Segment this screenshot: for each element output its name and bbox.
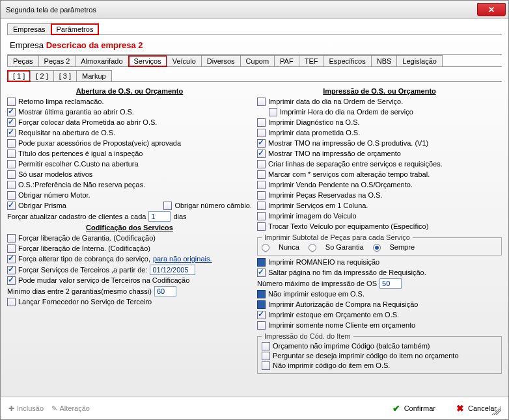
cb-so-modelos[interactable] xyxy=(7,170,16,179)
lbl-perguntar: Perguntar se deseja imprimir código do i… xyxy=(273,351,459,361)
cb-imp-hora-dia[interactable] xyxy=(269,108,277,116)
tab-empresas[interactable]: Empresas xyxy=(7,23,51,34)
tab-parametros[interactable]: Parâmetros xyxy=(51,23,100,35)
tab-veiculo[interactable]: Veículo xyxy=(167,55,202,66)
confirm-button[interactable]: ✔ Confirmar xyxy=(387,401,441,415)
resize-grip[interactable] xyxy=(492,406,501,415)
cb-trocar-texto[interactable] xyxy=(257,222,266,231)
lbl-saltar-pag: Saltar página no fim da impressão de Req… xyxy=(268,268,426,278)
cb-criar-linhas[interactable] xyxy=(257,160,266,168)
lbl-imp-romaneio: Imprimir ROMANEIO na requisição xyxy=(268,257,379,267)
cb-obrigar-cambio[interactable] xyxy=(163,202,172,210)
cb-imp-diag[interactable] xyxy=(257,118,266,127)
lbl-minimo-dias: Minimo dias entre 2 garantias(mesmo chas… xyxy=(7,287,152,296)
group-subtotal: Imprimir Subtotal de Peças para cada Ser… xyxy=(257,233,502,256)
cb-imp-venda[interactable] xyxy=(257,181,266,189)
cb-forcar-data[interactable] xyxy=(7,118,16,127)
cb-mostrar-ult-gar[interactable] xyxy=(7,108,16,116)
tab-diversos[interactable]: Diversos xyxy=(201,55,241,66)
cb-imp-aut-compra[interactable] xyxy=(257,300,266,309)
cb-retorno[interactable] xyxy=(7,98,16,106)
footer-left: ✚ Inclusão ✎ Alteração xyxy=(7,404,90,413)
cb-marcar-ast[interactable] xyxy=(257,170,266,179)
cb-imp-serv-1col[interactable] xyxy=(257,202,266,210)
cb-mostrar-tmo-prod[interactable] xyxy=(257,139,266,148)
cb-forca-alterar[interactable] xyxy=(7,255,16,263)
lbl-requisitar: Requisitar na abertura de O.S. xyxy=(18,128,115,138)
lbl-imp-venda: Imprimir Venda Pendente na O.S/Orçamento… xyxy=(268,180,413,190)
subtab-2[interactable]: [ 2 ] xyxy=(30,70,53,81)
cb-os-pref[interactable] xyxy=(7,181,16,189)
tab-pecas[interactable]: Peças xyxy=(7,55,39,66)
legend-cod-item: Impressão do Cód. do Item xyxy=(262,332,353,340)
lbl-rad-nunca: Nunca xyxy=(279,243,299,252)
window-title: Segunda tela de parâmetros xyxy=(6,6,96,14)
cb-mostrar-tmo-orc[interactable] xyxy=(257,150,266,158)
input-num-max[interactable] xyxy=(379,278,402,289)
cb-imp-est-orc[interactable] xyxy=(257,311,266,319)
close-button[interactable]: ✕ xyxy=(477,3,506,16)
app-window: Segunda tela de parâmetros ✕ Empresas Pa… xyxy=(0,0,509,420)
cb-forcar-lib-int[interactable] xyxy=(7,244,16,253)
lbl-inclusao: Inclusão xyxy=(17,404,44,412)
client-area: Empresas Parâmetros Empresa Descricao da… xyxy=(1,19,508,397)
tab-pecas2[interactable]: Peças 2 xyxy=(38,55,76,66)
cb-pode-puxar[interactable] xyxy=(7,139,16,148)
legend-subtotal: Imprimir Subtotal de Peças para cada Ser… xyxy=(262,233,413,241)
lbl-alteracao: Alteração xyxy=(60,404,90,412)
cb-imp-data-prom[interactable] xyxy=(257,129,266,137)
lbl-forcar-data: Forçar colocar data Prometida ao abrir O… xyxy=(18,118,157,127)
cb-orc-nao-imp[interactable] xyxy=(262,342,270,350)
cb-requisitar[interactable] xyxy=(7,129,16,137)
section-impressao: Impressão de O.S. ou Orçamento xyxy=(257,86,502,96)
cb-imp-romaneio[interactable] xyxy=(257,258,266,267)
tab-cupom[interactable]: Cupom xyxy=(240,55,275,66)
lbl-imp-data-dia: Imprimir data do dia na Ordem de Serviço… xyxy=(268,97,403,107)
sub-tabstrip: [ 1 ] [ 2 ] [ 3 ] Markup xyxy=(7,70,502,82)
tab-tef[interactable]: TEF xyxy=(299,55,324,66)
tab-servicos[interactable]: Serviços xyxy=(128,55,167,67)
lbl-so-modelos: Só usar modelos ativos xyxy=(18,170,92,179)
cb-imp-img-veic[interactable] xyxy=(257,212,266,220)
radio-so-garantia[interactable] xyxy=(309,244,316,252)
cb-permitir-ccusto[interactable] xyxy=(7,160,16,168)
lbl-pode-mudar: Pode mudar valor serviço de Terceiros na… xyxy=(18,276,189,285)
tab-legislacao[interactable]: Legislação xyxy=(396,55,443,66)
lbl-imp-img-veic: Imprimir imagem do Veiculo xyxy=(268,211,357,221)
input-minimo-dias[interactable] xyxy=(154,286,176,296)
cb-titulo-pert[interactable] xyxy=(7,150,16,158)
subtab-1[interactable]: [ 1 ] xyxy=(7,70,31,82)
radio-nunca[interactable] xyxy=(262,244,269,252)
input-cadastro-dias[interactable] xyxy=(148,211,171,222)
cb-saltar-pag[interactable] xyxy=(257,269,266,277)
subtab-markup[interactable]: Markup xyxy=(76,70,112,81)
lbl-imp-aut-compra: Imprimir Autorização de Compra na Requis… xyxy=(268,300,419,309)
tab-nbs[interactable]: NBS xyxy=(371,55,398,66)
radio-sempre[interactable] xyxy=(373,244,381,252)
tab-paf[interactable]: PAF xyxy=(274,55,299,66)
cb-forcar-lib-gar[interactable] xyxy=(7,234,16,243)
cb-nao-imp-est-os[interactable] xyxy=(257,290,266,298)
cb-imp-somente-nome[interactable] xyxy=(257,321,266,330)
lbl-imp-data-prom: Imprimir data prometida O.S. xyxy=(268,128,360,138)
cb-obrigar-motor[interactable] xyxy=(7,191,16,200)
lbl-imp-serv-1col: Imprimir Serviços em 1 Coluna. xyxy=(268,201,368,211)
right-column: Impressão de O.S. ou Orçamento Imprimir … xyxy=(257,86,502,394)
tab-especificos[interactable]: Específicos xyxy=(323,55,371,66)
lbl-confirmar: Confirmar xyxy=(404,404,435,412)
cb-perguntar[interactable] xyxy=(262,352,270,360)
cb-obrigar-prisma[interactable] xyxy=(7,202,16,210)
tab-almoxarifado[interactable]: Almoxarifado xyxy=(75,55,128,66)
lbl-imp-diag: Imprimir Diagnóstico na O.S. xyxy=(268,118,360,127)
cb-nao-imp-cod-os[interactable] xyxy=(262,361,270,370)
category-tabstrip: Peças Peças 2 Almoxarifado Serviços Veíc… xyxy=(7,55,502,67)
lbl-imp-pecas-res: Imprimir Peças Reservadas na O.S. xyxy=(268,190,382,200)
cb-imp-pecas-res[interactable] xyxy=(257,191,266,200)
cb-pode-mudar[interactable] xyxy=(7,276,16,285)
input-terc-date[interactable] xyxy=(150,265,195,275)
lbl-forcar-lib-int: Forçar liberação de Interna. (Codificaçã… xyxy=(18,244,150,254)
subtab-3[interactable]: [ 3 ] xyxy=(53,70,77,81)
cb-imp-data-dia[interactable] xyxy=(257,98,266,106)
cb-forcar-terc[interactable] xyxy=(7,266,16,274)
cb-lancar-forn[interactable] xyxy=(7,298,16,306)
